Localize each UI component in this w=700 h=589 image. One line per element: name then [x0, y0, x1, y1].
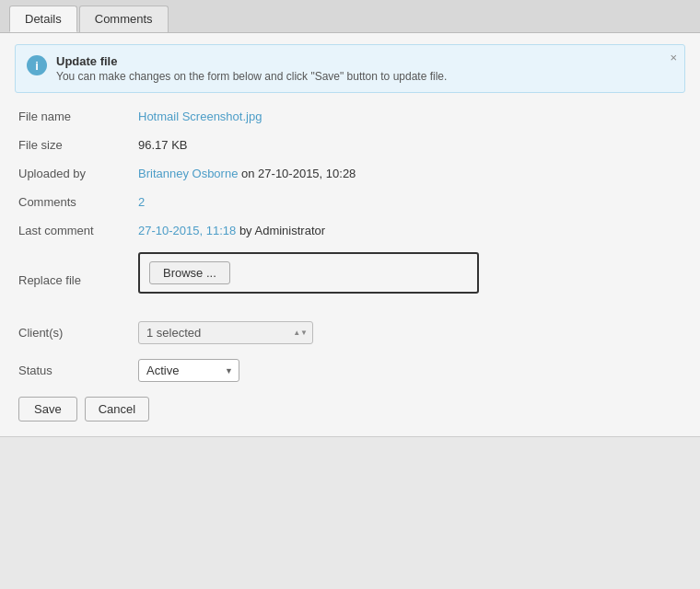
banner-close-button[interactable]: × — [670, 51, 677, 64]
info-banner: i Update file You can make changes on th… — [15, 44, 685, 93]
status-row: Status Active Inactive — [15, 359, 685, 382]
file-size-row: File size 96.17 KB — [15, 138, 685, 152]
comments-value[interactable]: 2 — [138, 195, 145, 209]
status-select-wrapper: Active Inactive — [138, 359, 239, 382]
tab-comments[interactable]: Comments — [79, 6, 169, 32]
replace-file-box: Browse ... — [138, 252, 479, 294]
file-name-label: File name — [18, 110, 138, 123]
status-select[interactable]: Active Inactive — [138, 359, 239, 382]
status-label: Status — [18, 364, 138, 377]
last-comment-date[interactable]: 27-10-2015, 11:18 — [138, 224, 236, 237]
clients-select[interactable]: 1 selected — [138, 321, 313, 344]
comments-row: Comments 2 — [15, 195, 685, 209]
uploaded-by-link[interactable]: Britanney Osborne — [138, 167, 238, 180]
clients-row: Client(s) 1 selected — [15, 321, 685, 344]
action-buttons: Save Cancel — [15, 397, 685, 422]
bottom-area — [0, 437, 700, 589]
replace-file-label: Replace file — [18, 273, 138, 287]
uploaded-by-value: Britanney Osborne on 27-10-2015, 10:28 — [138, 167, 356, 180]
clients-label: Client(s) — [18, 326, 138, 340]
tab-details[interactable]: Details — [9, 6, 77, 32]
save-button[interactable]: Save — [18, 397, 77, 422]
file-size-value: 96.17 KB — [138, 138, 188, 152]
replace-file-row: Replace file Browse ... — [15, 252, 685, 308]
comments-label: Comments — [18, 195, 138, 209]
banner-description: You can make changes on the form below a… — [56, 70, 673, 83]
file-name-row: File name Hotmail Screenshot.jpg — [15, 110, 685, 123]
clients-select-wrapper: 1 selected — [138, 321, 313, 344]
info-icon: i — [27, 55, 47, 75]
content-area: i Update file You can make changes on th… — [0, 33, 700, 436]
browse-button[interactable]: Browse ... — [149, 261, 230, 284]
uploaded-by-row: Uploaded by Britanney Osborne on 27-10-2… — [15, 167, 685, 180]
last-comment-label: Last comment — [18, 224, 138, 237]
last-comment-row: Last comment 27-10-2015, 11:18 by Admini… — [15, 224, 685, 237]
tabs-bar: Details Comments — [0, 0, 700, 33]
uploaded-by-label: Uploaded by — [18, 167, 138, 180]
banner-text-block: Update file You can make changes on the … — [56, 54, 673, 83]
banner-title: Update file — [56, 54, 673, 68]
last-comment-value: 27-10-2015, 11:18 by Administrator — [138, 224, 325, 237]
cancel-button[interactable]: Cancel — [85, 397, 149, 422]
file-name-value[interactable]: Hotmail Screenshot.jpg — [138, 110, 262, 123]
file-size-label: File size — [18, 138, 138, 152]
